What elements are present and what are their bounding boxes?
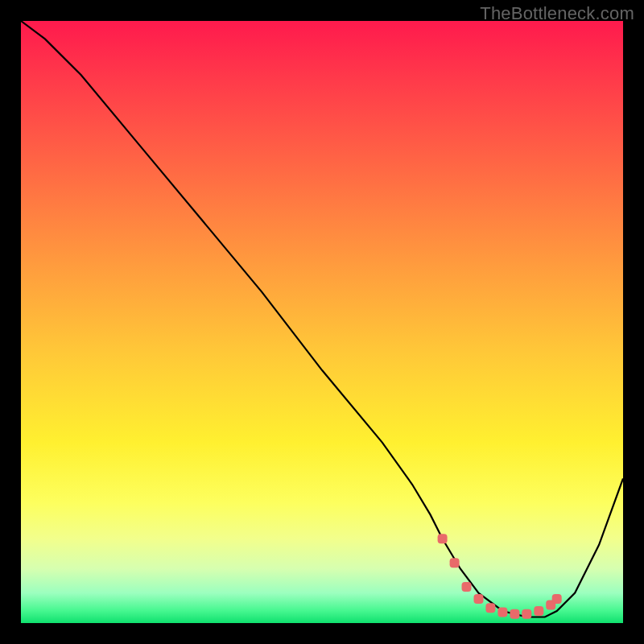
highlight-dot: [438, 534, 448, 543]
highlight-dot: [462, 582, 472, 592]
chart-svg: [21, 21, 623, 623]
highlight-dot: [450, 558, 460, 568]
highlight-dot: [522, 609, 531, 619]
highlight-dot: [474, 594, 484, 604]
highlight-dot: [510, 609, 519, 619]
highlight-dot: [534, 606, 543, 616]
highlight-dot: [497, 608, 507, 617]
chart-plot-area: [21, 21, 623, 623]
watermark-text: TheBottleneck.com: [480, 3, 634, 24]
highlight-dot: [552, 594, 562, 604]
highlight-dot: [485, 603, 495, 613]
bottleneck-curve-line: [21, 21, 623, 617]
highlight-markers: [438, 534, 562, 619]
